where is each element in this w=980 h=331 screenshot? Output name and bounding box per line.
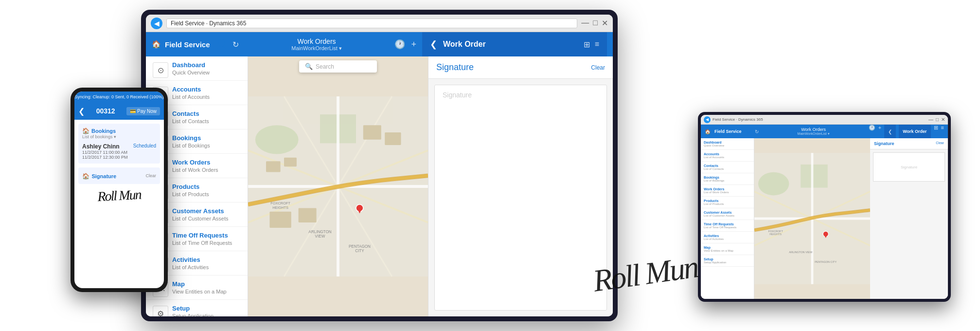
app-header: 🏠 Field Service 👤 ↻ Work Orders MainWork… bbox=[146, 32, 613, 56]
phone-device: Syncing: Cleanup: 0 Sent, 0 Received (10… bbox=[71, 88, 168, 292]
phone-signature-display: Roll Mun bbox=[78, 188, 160, 203]
ts-close[interactable]: ✕ bbox=[941, 117, 945, 122]
ts-menu-icon[interactable]: ≡ bbox=[941, 125, 944, 138]
ts-nav-setup[interactable]: Setup Setup Application bbox=[701, 255, 754, 267]
sidebar-item-dashboard[interactable]: ⊙ Dashboard Quick Overview bbox=[146, 56, 248, 81]
menu-icon[interactable]: ≡ bbox=[595, 40, 599, 49]
ts-nav-time-off[interactable]: Time Off Requests List of Time Off Reque… bbox=[701, 220, 754, 232]
signature-panel-title: Signature bbox=[436, 62, 474, 73]
small-tablet: ◀ Field Service · Dynamics 365 — □ ✕ 🏠 F… bbox=[698, 112, 951, 302]
brand-icon: 🏠 bbox=[152, 40, 161, 49]
booking-number: 00312 bbox=[88, 107, 124, 115]
svg-rect-25 bbox=[801, 165, 828, 188]
phone-status-bar: Syncing: Cleanup: 0 Sent, 0 Received (10… bbox=[74, 92, 164, 102]
ts-nav-products[interactable]: Products List of Products bbox=[701, 197, 754, 208]
ts-work-orders-sub: MainWorkOrderList ▾ bbox=[763, 132, 865, 136]
clear-button[interactable]: Clear bbox=[591, 64, 605, 71]
right-panel-header: Signature Clear bbox=[428, 56, 613, 79]
ts-right-panel: Signature Clear Signature bbox=[870, 138, 948, 299]
dashboard-sub: Quick Overview bbox=[172, 70, 241, 75]
svg-text:PENTAGON: PENTAGON bbox=[349, 244, 371, 249]
ts-browser-bar: ◀ Field Service · Dynamics 365 — □ ✕ bbox=[701, 115, 948, 125]
close-button[interactable]: ✕ bbox=[602, 18, 608, 28]
ts-nav-activities[interactable]: Activities List of Activities bbox=[701, 232, 754, 243]
app-content: ⊙ Dashboard Quick Overview 👥 Accounts Li… bbox=[146, 56, 613, 316]
maximize-button[interactable]: □ bbox=[593, 18, 598, 28]
ts-nav-work-orders[interactable]: Work Orders List of Work Orders bbox=[701, 185, 754, 197]
svg-rect-10 bbox=[284, 158, 297, 167]
ts-minimize[interactable]: — bbox=[928, 117, 933, 122]
ts-map-svg: FOXCROFT HEIGHTS ARLINGTON VIEW PENTAGON… bbox=[754, 138, 870, 299]
svg-text:VIEW: VIEW bbox=[315, 234, 325, 239]
search-bar[interactable]: 🔍 Search bbox=[299, 60, 377, 73]
ts-header: 🏠 Field Service 👤 ↻ Work Orders MainWork… bbox=[701, 125, 948, 138]
phone-clear-button[interactable]: Clear bbox=[145, 173, 156, 178]
ts-nav-accounts[interactable]: Accounts List of Accounts bbox=[701, 150, 754, 162]
phone-sig-title: Signature bbox=[91, 173, 116, 179]
ts-sidebar: Dashboard Quick Overview Accounts List o… bbox=[701, 138, 754, 299]
ts-clock-icon[interactable]: 🕐 bbox=[869, 125, 875, 138]
ts-nav-contacts[interactable]: Contacts List of Contacts bbox=[701, 162, 754, 173]
right-panel: Signature Clear Signature bbox=[428, 56, 613, 316]
svg-rect-12 bbox=[385, 132, 401, 145]
signature-canvas[interactable]: Signature bbox=[434, 85, 607, 311]
svg-point-1 bbox=[255, 125, 299, 154]
ts-nav-customer-assets[interactable]: Customer Assets List of Customer Assets bbox=[701, 208, 754, 220]
work-orders-label[interactable]: Work Orders bbox=[297, 37, 336, 45]
ts-url: Field Service · Dynamics 365 bbox=[713, 117, 927, 122]
ts-nav-map[interactable]: Map View Entities on a Map bbox=[701, 243, 754, 255]
ts-sig-title: Signature bbox=[874, 141, 894, 146]
ts-signature-canvas[interactable]: Signature bbox=[873, 152, 945, 182]
phone-signature-section: 🏠 Signature Clear bbox=[78, 167, 160, 184]
phone-home-icon: 🏠 bbox=[82, 128, 89, 134]
customer-name: Ashley Chinn bbox=[82, 143, 120, 150]
setup-icon: ⚙ bbox=[153, 306, 168, 316]
phone-header: ❮ 00312 💳 Pay Now bbox=[74, 102, 164, 120]
search-placeholder: Search bbox=[316, 63, 334, 70]
pay-now-button[interactable]: 💳 Pay Now bbox=[126, 107, 160, 115]
ts-nav-dashboard[interactable]: Dashboard Quick Overview bbox=[701, 138, 754, 150]
ts-rp-header: Signature Clear bbox=[870, 138, 948, 149]
ts-nav-bookings[interactable]: Bookings List of Bookings bbox=[701, 173, 754, 185]
ts-grid-icon[interactable]: ⊞ bbox=[934, 125, 938, 138]
ts-person-icon: 👤 bbox=[746, 129, 751, 134]
back-arrow-icon[interactable]: ❮ bbox=[430, 39, 437, 50]
browser-back-button[interactable]: ◀ bbox=[151, 18, 162, 29]
booking-dates: 11/2/2017 11:00:00 AM bbox=[82, 150, 156, 155]
sidebar-item-setup[interactable]: ⚙ Setup Setup Application bbox=[146, 300, 248, 316]
svg-rect-9 bbox=[266, 161, 281, 172]
ts-plus-icon[interactable]: + bbox=[878, 125, 881, 138]
ts-maximize[interactable]: □ bbox=[936, 117, 939, 122]
ts-content: Dashboard Quick Overview Accounts List o… bbox=[701, 138, 948, 299]
work-order-title: Work Order bbox=[443, 40, 486, 49]
clock-icon[interactable]: 🕐 bbox=[394, 39, 405, 50]
phone-section-sub: List of bookings ▾ bbox=[82, 134, 156, 139]
ts-brand: Field Service bbox=[714, 129, 742, 134]
grid-view-icon[interactable]: ⊞ bbox=[584, 40, 590, 49]
ts-clear-button[interactable]: Clear bbox=[936, 141, 944, 146]
svg-text:HEIGHTS: HEIGHTS bbox=[272, 205, 288, 210]
ts-back-button[interactable]: ◀ bbox=[704, 116, 711, 123]
phone-section-title: Bookings bbox=[91, 128, 116, 134]
ts-refresh-icon[interactable]: ↻ bbox=[755, 129, 759, 134]
svg-text:CITY: CITY bbox=[355, 249, 364, 253]
brand-label: Field Service bbox=[165, 40, 210, 49]
browser-url: Field Service · Dynamics 365 bbox=[166, 18, 577, 28]
svg-text:HEIGHTS: HEIGHTS bbox=[769, 233, 782, 236]
dashboard-icon: ⊙ bbox=[153, 62, 168, 78]
ts-back-arrow[interactable]: ❮ bbox=[884, 125, 896, 138]
ts-work-orders[interactable]: Work Orders bbox=[763, 127, 865, 132]
work-orders-sub[interactable]: MainWorkOrderList ▾ bbox=[291, 45, 342, 52]
svg-rect-14 bbox=[299, 208, 317, 222]
svg-rect-11 bbox=[363, 125, 381, 140]
main-tablet: ◀ Field Service · Dynamics 365 — □ ✕ 🏠 F… bbox=[141, 10, 618, 321]
phone-back-button[interactable]: ❮ bbox=[78, 107, 85, 116]
svg-text:ARLINGTON: ARLINGTON bbox=[308, 230, 331, 234]
minimize-button[interactable]: — bbox=[581, 18, 589, 28]
booking-status: Scheduled bbox=[133, 143, 156, 148]
refresh-icon[interactable]: ↻ bbox=[232, 40, 239, 49]
svg-rect-13 bbox=[269, 212, 291, 228]
person-icon: 👤 bbox=[216, 39, 227, 50]
ts-sig-placeholder: Signature bbox=[901, 165, 917, 169]
plus-icon[interactable]: + bbox=[411, 39, 416, 50]
